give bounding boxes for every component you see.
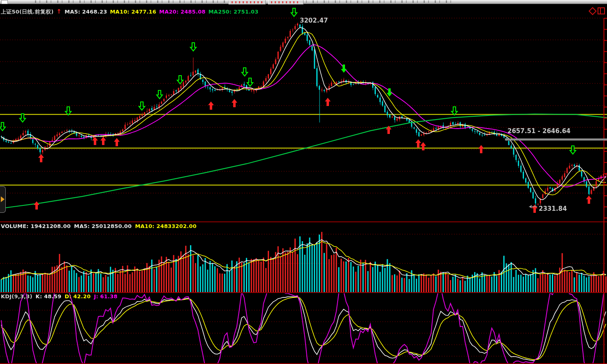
pane-corner-icons bbox=[589, 7, 605, 14]
symbol-title: 上证50(日线.前复权) bbox=[1, 9, 53, 15]
menu-bar bbox=[0, 0, 607, 4]
main-chart-canvas[interactable] bbox=[0, 0, 607, 364]
menu-button-1-label bbox=[232, 1, 263, 3]
kdj-j-value: J: 61.38 bbox=[94, 293, 117, 299]
price-range-label: 2657.51 - 2646.64 bbox=[507, 127, 570, 135]
kdj-k-value: K: 48.59 bbox=[36, 293, 62, 299]
ma5-value: MA5: 2468.23 bbox=[65, 9, 107, 15]
menu-button-2[interactable] bbox=[268, 0, 304, 5]
low-price-label: 2331.84 bbox=[539, 205, 567, 212]
trading-app-window: 上证50(日线.前复权)↑MA5: 2468.23MA10: 2477.16MA… bbox=[0, 0, 607, 364]
peak-price-label: 3202.47 bbox=[300, 17, 328, 24]
volume-ma5-value: MA5: 25012850.00 bbox=[74, 223, 132, 229]
menu-button-2-label bbox=[271, 1, 301, 3]
volume-value: VOLUME: 19421208.00 bbox=[1, 223, 71, 229]
up-arrow-icon: ↑ bbox=[56, 8, 62, 15]
volume-pane-header: VOLUME: 19421208.00MA5: 25012850.00MA10:… bbox=[1, 223, 200, 229]
split-window-icon[interactable] bbox=[598, 7, 605, 14]
menu-button-1[interactable] bbox=[229, 0, 266, 5]
kdj-d-value: D: 42.20 bbox=[65, 293, 90, 299]
sidebar-expander-tab[interactable] bbox=[0, 186, 6, 213]
kdj-name: KDJ(9,3,3) bbox=[1, 293, 32, 299]
app-icon[interactable] bbox=[1, 0, 8, 4]
ma250-value: MA250: 2751.03 bbox=[209, 9, 259, 15]
ma20-value: MA20: 2485.08 bbox=[159, 9, 206, 15]
ma10-value: MA10: 2477.16 bbox=[110, 9, 156, 15]
diamond-icon[interactable] bbox=[588, 7, 597, 15]
kdj-pane-header: KDJ(9,3,3)K: 48.59D: 42.20J: 61.38 bbox=[1, 293, 121, 299]
measure-highlight-bar bbox=[505, 138, 607, 141]
main-pane-header: 上证50(日线.前复权)↑MA5: 2468.23MA10: 2477.16MA… bbox=[1, 8, 262, 16]
expand-right-icon bbox=[1, 196, 5, 202]
volume-ma10-value: MA10: 24833202.00 bbox=[135, 223, 197, 229]
